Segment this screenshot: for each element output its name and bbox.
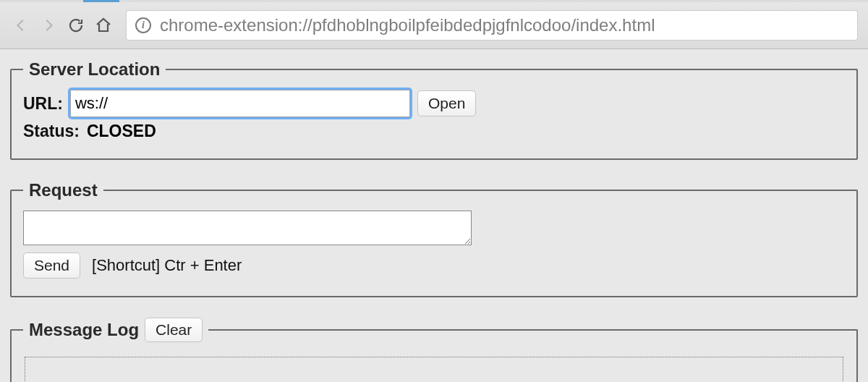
reload-icon[interactable]: [65, 14, 87, 36]
message-log-body: [25, 357, 843, 382]
back-icon[interactable]: [10, 14, 32, 36]
clear-button[interactable]: Clear: [145, 318, 203, 342]
home-icon[interactable]: [93, 14, 114, 36]
page-url: chrome-extension://pfdhoblngboilpfeibded…: [160, 15, 655, 35]
info-icon[interactable]: i: [135, 17, 151, 33]
forward-icon[interactable]: [38, 14, 59, 36]
page-content: Server Location URL: Open Status: CLOSED…: [0, 49, 868, 382]
status-label: Status:: [23, 122, 80, 141]
status-value: CLOSED: [87, 122, 156, 141]
send-button[interactable]: Send: [23, 252, 80, 279]
url-input[interactable]: [70, 90, 410, 117]
browser-toolbar: i chrome-extension://pfdhoblngboilpfeibd…: [0, 0, 868, 49]
server-location-legend: Server Location: [23, 59, 166, 80]
server-location-fieldset: Server Location URL: Open Status: CLOSED: [10, 59, 858, 160]
message-log-fieldset: Message Log Clear: [10, 318, 858, 382]
message-log-legend: Message Log Clear: [23, 318, 208, 342]
shortcut-hint: [Shortcut] Ctr + Enter: [92, 256, 242, 275]
request-textarea[interactable]: [23, 211, 472, 245]
message-log-legend-text: Message Log: [29, 320, 139, 340]
request-legend: Request: [23, 180, 103, 200]
address-bar[interactable]: i chrome-extension://pfdhoblngboilpfeibd…: [126, 10, 858, 41]
request-fieldset: Request Send [Shortcut] Ctr + Enter: [10, 180, 858, 297]
url-label: URL:: [23, 94, 63, 114]
open-button[interactable]: Open: [417, 90, 476, 116]
